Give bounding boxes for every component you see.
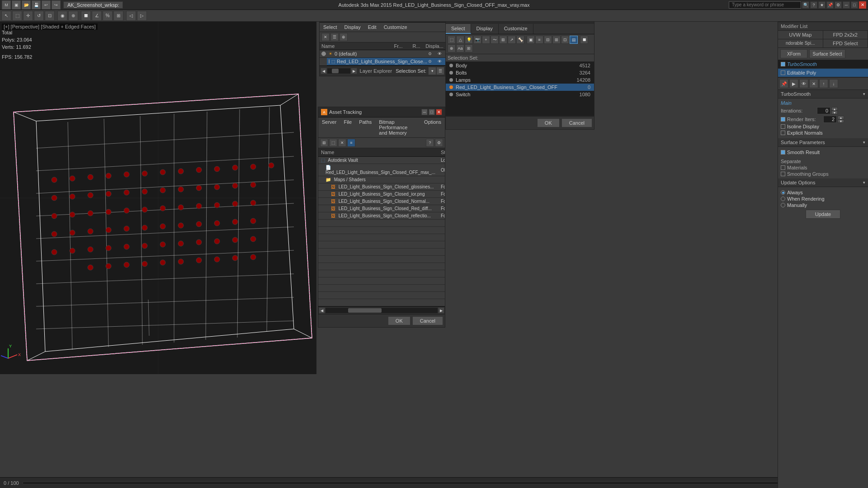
asset-table-container[interactable]: Name Status ⬚ Autodesk Vault Logge... 📄 … — [318, 148, 445, 306]
mod-active-btn[interactable]: ▶ — [789, 79, 798, 88]
filter-btn-6[interactable]: ▤ — [570, 36, 578, 44]
restore-btn[interactable]: □ — [851, 1, 858, 9]
ts-explicit-checkbox[interactable] — [781, 131, 785, 135]
surface-select-btn[interactable]: Surface Select — [809, 49, 845, 58]
update-rendering-option[interactable]: When Rendering — [781, 196, 865, 202]
geom-space-warps-btn[interactable]: 〜 — [491, 36, 499, 44]
filter-btn-2[interactable]: ≡ — [535, 36, 543, 44]
settings-icon[interactable]: ⚙ — [835, 1, 842, 9]
at-scrollbar-h[interactable] — [325, 307, 438, 314]
mod-item-editable-poly[interactable]: Editable Poly — [778, 69, 868, 77]
close-btn[interactable]: ✕ — [859, 1, 866, 9]
at-tool-1[interactable]: ⊞ — [320, 139, 328, 147]
geom-xrefs-btn[interactable]: ↗ — [508, 36, 516, 44]
at-row-file[interactable]: 📄 Red_LED_Light_Business_Sign_Closed_OFF… — [318, 164, 445, 176]
at-menu-paths[interactable]: Paths — [357, 118, 373, 136]
ts-render-value[interactable]: 2 — [823, 116, 837, 123]
workspace-name[interactable]: AK_Screenshot_wrksp: — [63, 1, 123, 9]
ts-iter-up-btn[interactable]: ▲ — [831, 107, 838, 111]
se-tool-3[interactable]: ⊕ — [340, 33, 348, 41]
geom-helpers-btn[interactable]: + — [482, 36, 490, 44]
ts-isoline-checkbox[interactable] — [781, 124, 785, 129]
selection-set-icon[interactable]: ☰ — [436, 67, 444, 75]
tab-fpd-select[interactable]: FPD Select — [823, 39, 868, 47]
sort-btn-2[interactable]: ⊕ — [448, 44, 456, 52]
le-fwd-btn[interactable]: ▶ — [351, 68, 357, 74]
filter-btn-4[interactable]: ⊞ — [552, 36, 561, 44]
geom-shapes-btn[interactable]: △ — [456, 36, 464, 44]
at-tool-4[interactable]: ≡ — [347, 139, 355, 147]
pin-icon[interactable]: 📌 — [826, 1, 834, 9]
rotate-btn[interactable]: ↺ — [34, 11, 44, 21]
at-ok-btn[interactable]: OK — [388, 316, 410, 325]
search-input[interactable] — [729, 1, 801, 9]
at-scroll-right-btn[interactable]: ▶ — [438, 307, 444, 314]
angle-snap-btn[interactable]: ∠ — [92, 11, 102, 21]
mod-checkbox-editable-poly[interactable] — [781, 70, 785, 75]
xform-label-btn[interactable]: XForm — [780, 49, 807, 58]
ts-smooth-checkbox[interactable] — [781, 150, 785, 155]
at-settings-btn[interactable]: ⚙ — [435, 139, 443, 147]
star-icon[interactable]: ★ — [818, 1, 826, 9]
mod-delete-btn[interactable]: ✕ — [809, 79, 818, 88]
mod-show-btn[interactable]: 👁 — [799, 79, 808, 88]
geom-groups-btn[interactable]: ⊞ — [499, 36, 507, 44]
spinner-snap-btn[interactable]: ⊞ — [113, 11, 123, 21]
percent-snap-btn[interactable]: % — [103, 11, 113, 21]
ts-iter-down-btn[interactable]: ▼ — [831, 111, 838, 114]
at-menu-options[interactable]: Options — [422, 118, 443, 136]
update-options-header[interactable]: Update Options ▾ — [778, 178, 868, 187]
tab-uvw-map[interactable]: UVW Map — [778, 31, 823, 39]
pivot-btn[interactable]: ⊕ — [68, 11, 78, 21]
move-btn[interactable]: ✛ — [23, 11, 33, 21]
obj-row-lamps[interactable]: Lamps 14208 — [446, 76, 594, 84]
at-row-map1[interactable]: 🖼 LED_Light_Business_Sign_Closed_glossin… — [318, 183, 445, 191]
update-manually-option[interactable]: Manually — [781, 202, 865, 208]
at-scroll-left-btn[interactable]: ◀ — [319, 307, 325, 314]
selection-set-btn[interactable]: ▾ — [428, 67, 436, 75]
obj-row-body[interactable]: Body 4512 — [446, 62, 594, 69]
filter-btn-5[interactable]: ⊡ — [561, 36, 569, 44]
object-list[interactable]: Body 4512 Bolts 3264 Lamps 14208 Red_LED… — [446, 62, 594, 116]
filter-btn-1[interactable]: ▣ — [527, 36, 535, 44]
geom-lights-btn[interactable]: 💡 — [465, 36, 473, 44]
se-menu-display[interactable]: Display — [343, 23, 363, 31]
update-btn[interactable]: Update — [806, 210, 840, 219]
geom-all-btn[interactable]: ⬚ — [448, 36, 456, 44]
le-back-btn[interactable]: ◀ — [321, 68, 327, 74]
layer-row-red-led[interactable]: ⬚ Red_LED_Light_Business_Sign_Close... ⚙… — [327, 58, 445, 66]
at-help-btn[interactable]: ? — [426, 139, 434, 147]
ts-render-checkbox[interactable] — [781, 117, 785, 122]
case-btn[interactable]: Aa — [456, 44, 464, 52]
select-region-btn[interactable]: ⬚ — [12, 11, 22, 21]
update-rendering-radio[interactable] — [781, 197, 785, 201]
ts-render-down-btn[interactable]: ▼ — [838, 119, 844, 123]
ts-materials-checkbox[interactable] — [781, 165, 785, 170]
snap-toggle-btn[interactable]: 🔲 — [81, 11, 91, 21]
obj-row-red-led[interactable]: Red_LED_Light_Business_Sign_Closed_OFF 0 — [446, 84, 594, 91]
undo-btn[interactable]: ↩ — [42, 0, 51, 9]
tab-ndorable[interactable]: ndorable Spi... — [778, 39, 823, 47]
at-tool-3[interactable]: ✕ — [338, 139, 346, 147]
help-icon[interactable]: ? — [810, 1, 817, 9]
redo-view-btn[interactable]: ▷ — [137, 11, 147, 21]
mod-down-btn[interactable]: ↓ — [829, 79, 838, 88]
reference-coord-btn[interactable]: ◉ — [57, 11, 67, 21]
filter-btn-3[interactable]: ⊟ — [544, 36, 552, 44]
minimize-btn[interactable]: ─ — [843, 1, 850, 9]
obj-row-bolts[interactable]: Bolts 3264 — [446, 69, 594, 76]
open-btn[interactable]: 📂 — [22, 0, 31, 9]
at-cancel-btn[interactable]: Cancel — [412, 316, 443, 325]
surface-params-header[interactable]: Surface Parameters ▾ — [778, 138, 868, 147]
ts-smoothing-checkbox[interactable] — [781, 172, 785, 176]
main-viewport[interactable]: X Y Z — [0, 22, 316, 374]
geom-cameras-btn[interactable]: 📷 — [473, 36, 481, 44]
tab-display[interactable]: Display — [471, 24, 499, 34]
at-menu-server[interactable]: Server — [320, 118, 338, 136]
at-tool-2[interactable]: ⬚ — [329, 139, 337, 147]
redo-btn[interactable]: ↪ — [52, 0, 61, 9]
at-row-map5[interactable]: 🖼 LED_Light_Business_Sign_Closed_reflect… — [318, 212, 445, 220]
se-tool-2[interactable]: ☰ — [330, 33, 339, 41]
select-object-btn[interactable]: ↖ — [1, 11, 11, 21]
at-minimize-btn[interactable]: ─ — [421, 109, 428, 115]
